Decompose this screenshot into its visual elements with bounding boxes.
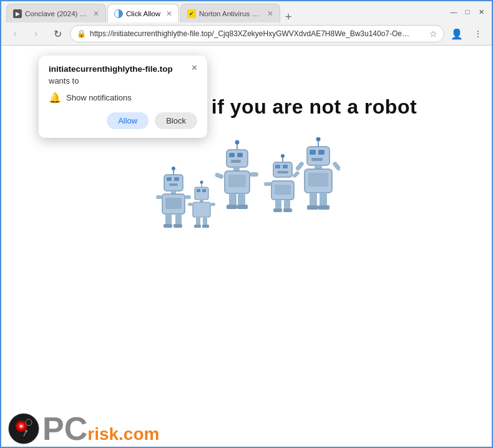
svg-rect-63 — [315, 165, 322, 169]
svg-point-48 — [281, 154, 285, 158]
svg-rect-45 — [283, 165, 288, 168]
svg-rect-53 — [275, 200, 281, 210]
svg-rect-39 — [229, 193, 237, 206]
svg-rect-38 — [250, 172, 258, 177]
svg-rect-42 — [237, 205, 248, 209]
svg-rect-69 — [320, 193, 327, 207]
svg-rect-27 — [202, 225, 209, 228]
tab-yify-favicon: ▶ — [13, 9, 22, 18]
address-bar: ‹ › ↻ 🔒 https://initiatecurrenthighlythe… — [1, 22, 492, 45]
svg-rect-24 — [196, 217, 200, 226]
browser-chrome: ▶ Conclave (2024) YIFY - D… ✕ Click Allo… — [1, 1, 492, 46]
robots-illustration — [153, 137, 340, 237]
notification-site: initiatecurrenthighlythe-file.top — [49, 64, 173, 74]
svg-rect-20 — [200, 200, 203, 202]
new-tab-button[interactable]: + — [281, 11, 296, 22]
svg-rect-28 — [227, 150, 248, 167]
svg-rect-15 — [195, 187, 208, 200]
lock-icon: 🔒 — [77, 29, 86, 38]
svg-point-78 — [25, 430, 27, 432]
svg-rect-67 — [332, 161, 340, 172]
notification-popup: initiatecurrenthighlythe-file.top × want… — [39, 56, 207, 138]
back-button[interactable]: ‹ — [6, 25, 24, 42]
svg-rect-30 — [237, 153, 243, 157]
svg-rect-66 — [295, 161, 305, 172]
svg-point-19 — [200, 181, 203, 184]
notification-row: 🔔 Show notifications — [49, 92, 197, 104]
svg-rect-23 — [210, 203, 215, 206]
minimize-button[interactable]: — — [448, 6, 459, 17]
allow-button[interactable]: Allow — [107, 112, 149, 129]
forward-button[interactable]: › — [27, 25, 45, 42]
svg-point-76 — [26, 419, 32, 426]
tab-yify-close[interactable]: ✕ — [93, 9, 99, 18]
svg-point-75 — [20, 425, 22, 427]
svg-rect-11 — [165, 214, 172, 225]
svg-rect-10 — [185, 195, 191, 199]
svg-rect-58 — [310, 150, 316, 155]
svg-rect-3 — [169, 183, 178, 186]
browser-menu-button[interactable]: ⋮ — [469, 25, 487, 42]
svg-rect-56 — [283, 208, 292, 212]
risk-com-text: risk.com — [87, 426, 159, 443]
svg-rect-54 — [284, 200, 290, 210]
block-button[interactable]: Block — [155, 112, 197, 129]
tab-norton-favicon: ✔ — [187, 9, 196, 18]
svg-rect-51 — [264, 182, 271, 186]
robots-svg — [153, 137, 340, 237]
svg-rect-21 — [193, 202, 210, 217]
url-bar[interactable]: 🔒 https://initiatecurrenthighlythe-file.… — [70, 25, 444, 42]
show-notifications-label: Show notifications — [66, 93, 132, 102]
profile-button[interactable]: 👤 — [448, 25, 466, 42]
tab-norton[interactable]: ✔ Norton Antivirus Plus ✕ — [180, 4, 280, 22]
reload-button[interactable]: ↻ — [49, 25, 66, 42]
maximize-button[interactable]: □ — [462, 6, 473, 17]
svg-rect-1 — [167, 177, 172, 181]
svg-rect-34 — [233, 167, 240, 171]
tab-click-favicon — [114, 9, 123, 18]
svg-rect-46 — [277, 171, 288, 173]
pc-letters: PC — [42, 412, 87, 445]
svg-rect-31 — [231, 160, 241, 163]
url-text: https://initiatecurrenthighlythe-file.to… — [90, 29, 426, 38]
tab-yify-label: Conclave (2024) YIFY - D… — [25, 10, 87, 17]
svg-rect-52 — [292, 170, 300, 178]
pcrisk-footer: PC risk.com — [7, 412, 159, 445]
notification-buttons: Allow Block — [49, 112, 197, 129]
svg-point-5 — [172, 167, 175, 170]
notification-close-button[interactable]: × — [192, 63, 197, 73]
close-button[interactable]: ✕ — [476, 6, 487, 17]
notification-wants-label: wants to — [49, 76, 197, 85]
svg-rect-44 — [275, 165, 280, 168]
svg-rect-12 — [175, 214, 182, 225]
svg-rect-36 — [228, 175, 246, 187]
window-controls: — □ ✕ — [448, 6, 487, 17]
svg-rect-37 — [215, 172, 225, 179]
svg-rect-0 — [164, 175, 183, 191]
svg-rect-71 — [318, 205, 329, 210]
tab-click-allow[interactable]: Click Allow ✕ — [107, 4, 179, 22]
tab-norton-close[interactable]: ✕ — [267, 9, 273, 18]
svg-rect-65 — [308, 173, 328, 187]
svg-rect-55 — [273, 208, 282, 212]
svg-rect-29 — [229, 153, 235, 157]
svg-rect-9 — [156, 195, 162, 199]
pcrisk-logo-icon — [7, 412, 40, 445]
notification-header: initiatecurrenthighlythe-file.top × — [49, 64, 197, 74]
svg-rect-40 — [238, 193, 245, 206]
svg-rect-13 — [164, 224, 172, 228]
svg-rect-17 — [202, 189, 206, 192]
page-content: initiatecurrenthighlythe-file.top × want… — [1, 46, 492, 448]
svg-rect-26 — [194, 225, 201, 228]
svg-rect-16 — [197, 189, 200, 192]
tabs-area: ▶ Conclave (2024) YIFY - D… ✕ Click Allo… — [6, 1, 448, 22]
svg-rect-70 — [307, 205, 318, 210]
svg-point-62 — [316, 137, 321, 142]
tab-click-close[interactable]: ✕ — [166, 9, 172, 18]
svg-rect-22 — [188, 203, 193, 206]
svg-rect-8 — [165, 198, 182, 209]
tab-yify[interactable]: ▶ Conclave (2024) YIFY - D… ✕ — [6, 4, 106, 22]
bookmark-star-icon[interactable]: ☆ — [429, 29, 437, 39]
pcrisk-text: PC risk.com — [42, 412, 159, 445]
svg-point-33 — [235, 140, 240, 145]
